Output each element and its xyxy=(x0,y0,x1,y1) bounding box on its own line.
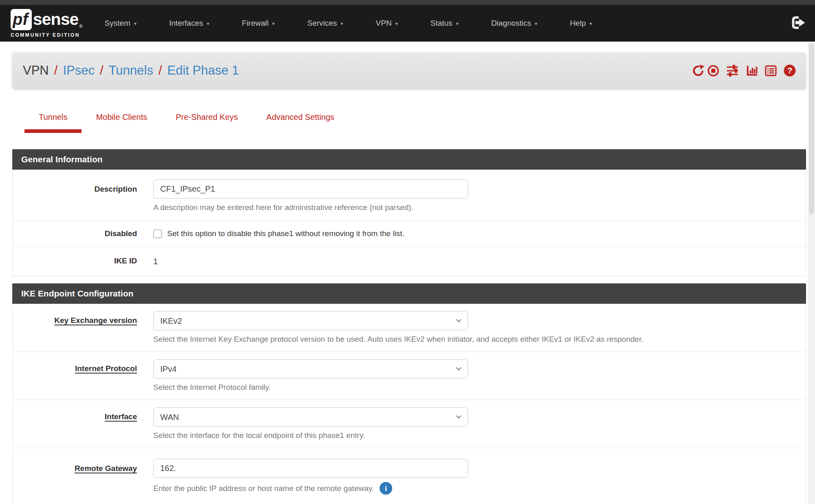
menu-status[interactable]: Status ▾ xyxy=(414,19,475,28)
panel-title: IKE Endpoint Configuration xyxy=(12,283,806,304)
stop-icon[interactable] xyxy=(707,64,720,77)
breadcrumb-root: VPN xyxy=(23,63,49,78)
internet-protocol-label: Internet Protocol xyxy=(75,364,137,373)
sliders-icon[interactable] xyxy=(726,64,739,77)
description-label: Description xyxy=(94,185,137,193)
page-scrollbar[interactable] xyxy=(808,42,815,504)
internet-protocol-row: Internet Protocol IPv4 Select the Intern… xyxy=(13,352,806,400)
help-icon[interactable]: ? xyxy=(783,64,796,77)
pfsense-logo-pf: pf xyxy=(11,9,32,30)
ike-endpoint-configuration-panel: IKE Endpoint Configuration Key Exchange … xyxy=(12,283,806,504)
disabled-checkbox-text: Set this option to disable this phase1 w… xyxy=(167,229,404,238)
key-exchange-help: Select the Internet Key Exchange protoco… xyxy=(153,334,806,344)
pfsense-logo-sense: sense xyxy=(33,10,78,29)
interface-label: Interface xyxy=(105,412,137,421)
menu-firewall-label: Firewall xyxy=(242,19,268,28)
interface-help: Select the interface for the local endpo… xyxy=(153,431,806,440)
interface-row: Interface WAN Select the interface for t… xyxy=(13,400,806,448)
description-input[interactable] xyxy=(153,179,468,199)
registered-mark: ® xyxy=(79,24,82,29)
tab-advanced-settings-label: Advanced Settings xyxy=(266,113,334,122)
ike-id-label: IKE ID xyxy=(114,256,137,265)
sign-out-icon xyxy=(790,16,805,31)
breadcrumb-link-ipsec[interactable]: IPsec xyxy=(63,63,95,78)
pfsense-logo[interactable]: pf sense ® COMMUNITY EDITION xyxy=(11,9,82,38)
chevron-down-icon: ▾ xyxy=(272,20,275,27)
scrollbar-thumb[interactable] xyxy=(809,43,814,214)
menu-system-label: System xyxy=(104,19,130,28)
menu-interfaces[interactable]: Interfaces ▾ xyxy=(153,19,225,28)
tab-pre-shared-keys-label: Pre-Shared Keys xyxy=(176,113,238,122)
internet-protocol-select[interactable]: IPv4 xyxy=(153,359,468,378)
breadcrumb-link-tunnels[interactable]: Tunnels xyxy=(109,63,153,78)
chevron-down-icon: ▾ xyxy=(134,20,137,27)
menu-vpn-label: VPN xyxy=(376,19,392,28)
menu-services[interactable]: Services ▾ xyxy=(291,19,360,28)
disabled-label: Disabled xyxy=(105,229,137,238)
top-navbar: pf sense ® COMMUNITY EDITION System ▾ In… xyxy=(0,0,815,42)
tab-mobile-clients[interactable]: Mobile Clients xyxy=(82,110,161,133)
chevron-down-icon: ▾ xyxy=(590,20,592,27)
key-exchange-select[interactable]: IKEv2 xyxy=(153,311,468,330)
chevron-down-icon: ▾ xyxy=(341,20,343,27)
internet-protocol-help: Select the Internet Protocol family. xyxy=(153,382,806,392)
remote-gateway-label: Remote Gateway xyxy=(75,464,137,473)
general-information-panel: General Information Description A descri… xyxy=(12,149,806,276)
chevron-down-icon: ▾ xyxy=(456,20,459,27)
key-exchange-label: Key Exchange version xyxy=(54,316,137,325)
menu-diagnostics[interactable]: Diagnostics ▾ xyxy=(475,19,554,28)
navbar-accent-strip xyxy=(0,0,815,5)
menu-status-label: Status xyxy=(431,19,453,28)
menu-firewall[interactable]: Firewall ▾ xyxy=(225,19,291,28)
tab-bar: Tunnels Mobile Clients Pre-Shared Keys A… xyxy=(24,110,806,133)
breadcrumb-separator: / xyxy=(159,63,162,78)
tab-tunnels[interactable]: Tunnels xyxy=(24,110,82,133)
breadcrumb: VPN / IPsec / Tunnels / Edit Phase 1 xyxy=(23,63,239,78)
menu-help-label: Help xyxy=(570,19,586,28)
menu-interfaces-label: Interfaces xyxy=(169,19,203,28)
disabled-row: Disabled Set this option to disable this… xyxy=(13,221,806,247)
chevron-down-icon: ▾ xyxy=(207,20,209,27)
key-exchange-row: Key Exchange version IKEv2 Select the In… xyxy=(13,304,806,352)
list-icon[interactable] xyxy=(764,64,777,77)
breadcrumb-bar: VPN / IPsec / Tunnels / Edit Phase 1 xyxy=(12,52,806,89)
remote-gateway-help: Enter the public IP address or host name… xyxy=(153,484,374,493)
breadcrumb-current[interactable]: Edit Phase 1 xyxy=(167,63,239,78)
panel-title: General Information xyxy=(12,149,806,170)
bar-chart-icon[interactable] xyxy=(745,64,758,77)
menu-diagnostics-label: Diagnostics xyxy=(491,19,531,28)
tab-mobile-clients-label: Mobile Clients xyxy=(96,113,147,122)
tab-tunnels-label: Tunnels xyxy=(39,113,67,122)
description-help: A description may be entered here for ad… xyxy=(153,203,806,212)
remote-gateway-row: Remote Gateway Enter the public IP addre… xyxy=(13,448,806,504)
ike-id-row: IKE ID 1 xyxy=(13,247,806,276)
interface-select[interactable]: WAN xyxy=(153,407,468,427)
community-edition-label: COMMUNITY EDITION xyxy=(11,32,82,38)
ike-id-value: 1 xyxy=(153,256,806,266)
refresh-icon[interactable] xyxy=(692,64,705,77)
svg-text:?: ? xyxy=(787,66,792,75)
logout-button[interactable] xyxy=(790,16,805,31)
chevron-down-icon: ▾ xyxy=(535,20,537,27)
remote-gateway-input[interactable] xyxy=(153,459,468,478)
main-menu: System ▾ Interfaces ▾ Firewall ▾ Service… xyxy=(88,19,608,28)
menu-services-label: Services xyxy=(307,19,337,28)
description-row: Description A description may be entered… xyxy=(13,170,806,221)
breadcrumb-separator: / xyxy=(100,63,104,78)
chevron-down-icon: ▾ xyxy=(395,20,398,27)
info-icon[interactable]: i xyxy=(380,482,392,495)
tab-advanced-settings[interactable]: Advanced Settings xyxy=(252,110,349,133)
disabled-checkbox[interactable] xyxy=(153,230,162,238)
tab-pre-shared-keys[interactable]: Pre-Shared Keys xyxy=(161,110,252,133)
menu-vpn[interactable]: VPN ▾ xyxy=(360,19,414,28)
menu-system[interactable]: System ▾ xyxy=(88,19,152,28)
menu-help[interactable]: Help ▾ xyxy=(554,19,608,28)
breadcrumb-separator: / xyxy=(54,63,58,78)
